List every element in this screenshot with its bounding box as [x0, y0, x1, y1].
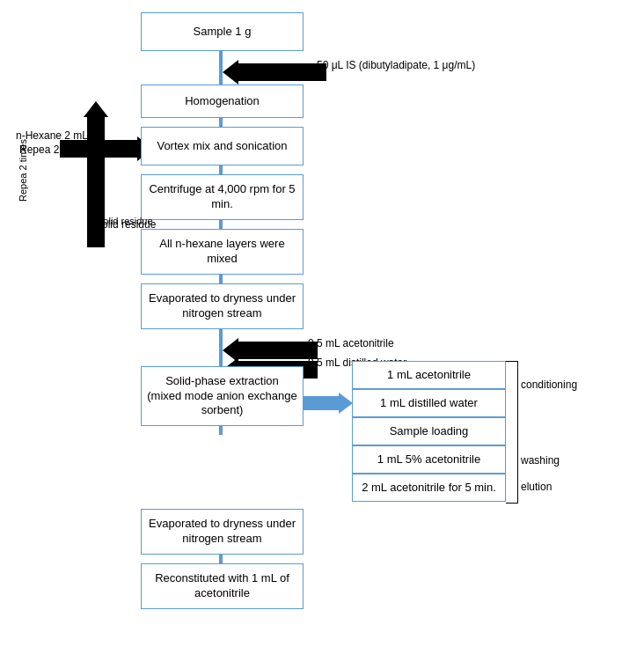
vline-5	[219, 275, 223, 283]
bracket	[506, 361, 518, 504]
washing-label: washing	[521, 454, 560, 467]
is-arrowhead	[223, 60, 238, 85]
is-arrow	[223, 60, 326, 85]
repeat-text: Repea 2 times	[19, 143, 87, 158]
vline-8	[219, 555, 223, 563]
cond3-box: Sample loading	[352, 417, 506, 445]
sample-box: Sample 1 g	[141, 12, 304, 51]
vline-3	[219, 165, 223, 174]
spe-box: Solid-phase extraction (mixed mode anion…	[141, 366, 304, 426]
cond2-box: 1 mL distilled water	[352, 389, 506, 417]
vline-7	[219, 426, 223, 435]
vortex-box: Vortex mix and sonication	[141, 127, 304, 165]
blue-shaft	[304, 396, 339, 410]
repeat-arrowhead	[84, 101, 108, 117]
is-shaft	[238, 63, 326, 81]
cond1-box: 1 mL acetonitrile	[352, 361, 506, 389]
blue-arrowhead	[339, 393, 353, 414]
evaporate2-box: Evaporated to dryness under nitrogen str…	[141, 509, 304, 555]
elution-label: elution	[521, 481, 552, 493]
blue-arrow-spe	[304, 393, 353, 414]
hexane-layers-box: All n-hexane layers were mixed	[141, 229, 304, 275]
acetonitrile-shaft	[238, 342, 318, 359]
diagram: Sample 1 g 50 μL IS (dibutyladipate, 1 μ…	[0, 0, 644, 647]
evaporate1-box: Evaporated to dryness under nitrogen str…	[141, 283, 304, 329]
vline-4	[219, 220, 223, 229]
is-label: 50 μL IS (dibutyladipate, 1 μg/mL)	[317, 59, 475, 71]
centrifuge-box: Centrifuge at 4,000 rpm for 5 min.	[141, 174, 304, 220]
vline-2	[219, 118, 223, 127]
solid-residue-text: Solid residue	[95, 218, 156, 231]
acetonitrile-label: 0.5 mL acetonitrile	[308, 337, 394, 349]
cond4-box: 1 mL 5% acetonitrile	[352, 445, 506, 474]
cond5-box: 2 mL acetonitrile for 5 min.	[352, 474, 506, 502]
reconstitute-box: Reconstituted with 1 mL of acetonitrile	[141, 563, 304, 609]
homogenation-box: Homogenation	[141, 85, 304, 118]
conditioning-label: conditioning	[521, 379, 577, 391]
